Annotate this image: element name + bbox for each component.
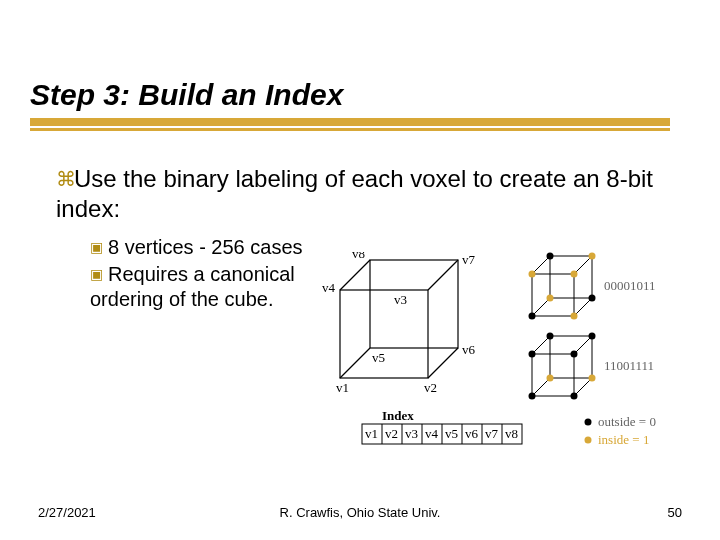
sample-cube-2: 11001111 bbox=[529, 333, 655, 400]
svg-text:v7: v7 bbox=[462, 252, 476, 267]
svg-line-18 bbox=[532, 298, 550, 316]
svg-text:v2: v2 bbox=[424, 380, 437, 395]
svg-line-16 bbox=[532, 256, 550, 274]
legend: outside = 0 inside = 1 bbox=[585, 414, 656, 447]
svg-line-17 bbox=[574, 256, 592, 274]
svg-line-32 bbox=[574, 336, 592, 354]
sub-bullet-2: ▣Requires a canonical ordering of the cu… bbox=[90, 262, 330, 312]
sample-cube-1: 00001011 bbox=[529, 253, 656, 320]
svg-text:v1: v1 bbox=[336, 380, 349, 395]
svg-line-3 bbox=[428, 260, 458, 290]
svg-line-2 bbox=[340, 260, 370, 290]
svg-text:v2: v2 bbox=[385, 426, 398, 441]
svg-text:v7: v7 bbox=[485, 426, 499, 441]
y-bullet-icon: ▣ bbox=[90, 266, 108, 284]
svg-text:v4: v4 bbox=[322, 280, 336, 295]
svg-text:v3: v3 bbox=[405, 426, 418, 441]
svg-text:v1: v1 bbox=[365, 426, 378, 441]
svg-text:v6: v6 bbox=[462, 342, 476, 357]
svg-point-46 bbox=[585, 437, 592, 444]
svg-point-39 bbox=[529, 351, 536, 358]
svg-text:v8: v8 bbox=[505, 426, 518, 441]
svg-point-27 bbox=[547, 295, 554, 302]
sub2-text: Requires a canonical ordering of the cub… bbox=[90, 263, 295, 310]
svg-text:v4: v4 bbox=[425, 426, 439, 441]
svg-point-41 bbox=[529, 393, 536, 400]
labeled-cube: v8 v7 v3 v5 v6 v1 v2 v4 bbox=[322, 252, 476, 395]
slide-title: Step 3: Build an Index bbox=[30, 78, 343, 112]
svg-point-21 bbox=[589, 253, 596, 260]
svg-text:outside = 0: outside = 0 bbox=[598, 414, 656, 429]
svg-point-23 bbox=[571, 271, 578, 278]
svg-line-31 bbox=[532, 336, 550, 354]
svg-line-19 bbox=[574, 298, 592, 316]
svg-point-20 bbox=[547, 253, 554, 260]
svg-point-37 bbox=[589, 375, 596, 382]
svg-point-42 bbox=[547, 375, 554, 382]
svg-text:Index: Index bbox=[382, 408, 414, 423]
index-row: Index v1 v2 v3 v4 v5 v6 v7 v8 bbox=[362, 408, 522, 444]
svg-point-26 bbox=[529, 313, 536, 320]
svg-text:v5: v5 bbox=[445, 426, 458, 441]
svg-point-35 bbox=[547, 333, 554, 340]
svg-line-33 bbox=[532, 378, 550, 396]
svg-text:inside = 1: inside = 1 bbox=[598, 432, 649, 447]
diagram: v8 v7 v3 v5 v6 v1 v2 v4 00001011 bbox=[322, 252, 698, 492]
svg-point-38 bbox=[571, 351, 578, 358]
main-bullet: ⌘Use the binary labeling of each voxel t… bbox=[56, 164, 656, 224]
svg-point-40 bbox=[571, 393, 578, 400]
svg-point-25 bbox=[571, 313, 578, 320]
svg-line-4 bbox=[340, 348, 370, 378]
svg-text:v3: v3 bbox=[394, 292, 407, 307]
sub-bullet-1: ▣8 vertices - 256 cases bbox=[90, 236, 303, 259]
svg-text:v5: v5 bbox=[372, 350, 385, 365]
svg-point-36 bbox=[589, 333, 596, 340]
svg-text:11001111: 11001111 bbox=[604, 358, 654, 373]
svg-text:v6: v6 bbox=[465, 426, 479, 441]
main-bullet-text: Use the binary labeling of each voxel to… bbox=[56, 165, 653, 222]
footer-author: R. Crawfis, Ohio State Univ. bbox=[0, 505, 720, 520]
title-underline bbox=[30, 118, 670, 126]
svg-point-22 bbox=[589, 295, 596, 302]
footer-page: 50 bbox=[668, 505, 682, 520]
y-bullet-icon: ▣ bbox=[90, 239, 108, 255]
svg-point-24 bbox=[529, 271, 536, 278]
svg-line-34 bbox=[574, 378, 592, 396]
z-bullet-icon: ⌘ bbox=[56, 167, 74, 192]
svg-text:00001011: 00001011 bbox=[604, 278, 656, 293]
svg-point-44 bbox=[585, 419, 592, 426]
sub1-text: 8 vertices - 256 cases bbox=[108, 236, 303, 258]
svg-line-5 bbox=[428, 348, 458, 378]
svg-text:v8: v8 bbox=[352, 252, 365, 261]
